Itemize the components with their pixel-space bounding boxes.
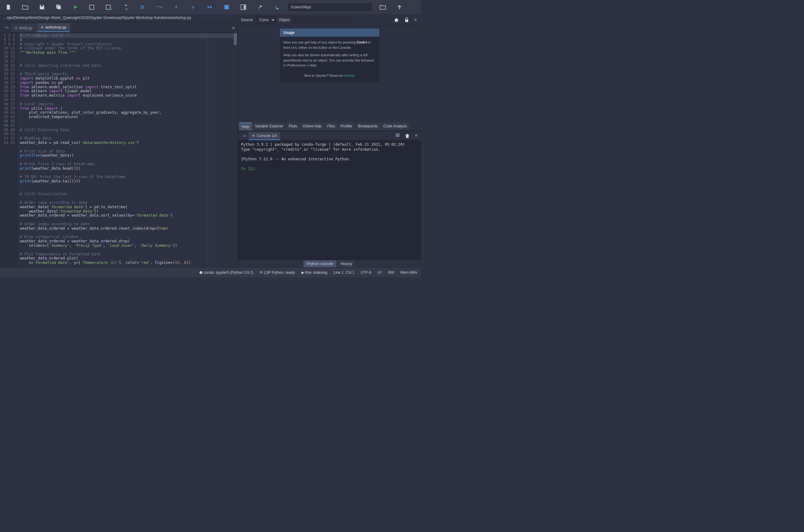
editor-pane: …epo/Desktop/Work/Design Work/_Quansight… [0, 14, 238, 268]
console-bottom-tabs: IPython consoleHistory [238, 260, 421, 268]
btab-ipython-console[interactable]: IPython console [303, 261, 336, 267]
status-bar: ⬢ conda: spyder5 (Python 3.9.2) ⟳ LSP Py… [0, 268, 421, 277]
htab-files[interactable]: Files [324, 122, 337, 131]
htab-online-help[interactable]: Online help [300, 122, 324, 131]
console-tab-label: Console 1/A [257, 134, 277, 138]
svg-rect-3 [224, 5, 229, 9]
svg-rect-8 [405, 20, 408, 22]
status-cursor-pos[interactable]: Line 1, Col 1 [334, 270, 354, 275]
python-path-icon[interactable] [271, 1, 283, 13]
svg-rect-1 [90, 5, 94, 9]
svg-rect-2 [106, 5, 110, 9]
tutorial-link[interactable]: tutorial [344, 74, 355, 77]
open-folder-icon[interactable] [19, 1, 31, 13]
status-conda[interactable]: ⬢ conda: spyder5 (Python 3.9.2) [199, 270, 254, 275]
console-region: ▭ ✕ Console 1/A ≡ Python 3.9.2 | package… [238, 131, 421, 268]
browse-folder-icon[interactable] [377, 1, 389, 13]
scrollbar-thumb[interactable] [234, 33, 237, 45]
line-gutter: 1 2 3 4 5 6 7 8 9 10 11 12 13 14 15 16 1… [0, 32, 17, 268]
main-toolbar [0, 0, 421, 14]
close-icon[interactable]: ✕ [41, 25, 43, 30]
status-permissions[interactable]: RW [388, 270, 394, 275]
console-tab-1a[interactable]: ✕ Console 1/A [249, 132, 280, 140]
svg-rect-0 [41, 5, 43, 6]
maximize-pane-icon[interactable] [238, 1, 249, 13]
usage-content: Here you can get help of any object by p… [280, 37, 379, 82]
step-over-icon[interactable] [154, 1, 165, 13]
htab-code-analysis[interactable]: Code Analysis [381, 122, 409, 131]
tab-browse-icon[interactable]: ▭ [2, 24, 11, 31]
working-dir-input[interactable] [288, 3, 372, 11]
tab-temp-py[interactable]: ✕ temp.py [11, 24, 36, 32]
status-lsp[interactable]: ⟳ LSP Python: ready [260, 270, 295, 275]
status-eol[interactable]: LF [377, 270, 382, 275]
htab-variable-explorer[interactable]: Variable Explorer [253, 122, 286, 131]
help-header: Source Console Object ≡ [238, 14, 421, 25]
step-into-icon[interactable] [170, 1, 182, 13]
tab-workshop-py[interactable]: ✕ workshop.py [37, 23, 70, 32]
tab-label: workshop.py [45, 25, 66, 30]
console-output[interactable]: Python 3.9.2 | packaged by conda-forge |… [238, 140, 421, 260]
save-all-icon[interactable] [53, 1, 65, 13]
home-icon[interactable] [393, 17, 400, 23]
run-cell-advance-icon[interactable] [103, 1, 115, 13]
help-body: Usage Here you can get help of any objec… [238, 25, 421, 122]
console-options-icon[interactable]: ≡ [415, 133, 417, 138]
run-cell-icon[interactable] [87, 1, 98, 13]
console-browse-icon[interactable]: ▭ [240, 132, 249, 139]
usage-title: Usage [280, 28, 379, 37]
run-selection-icon[interactable] [120, 1, 132, 13]
main-area: …epo/Desktop/Work/Design Work/_Quansight… [0, 14, 421, 268]
status-kite[interactable]: ◆ Kite: indexing [301, 270, 327, 275]
usage-card: Usage Here you can get help of any objec… [280, 28, 379, 122]
lock-icon[interactable] [403, 17, 410, 23]
breadcrumb: …epo/Desktop/Work/Design Work/_Quansight… [0, 14, 238, 22]
source-select[interactable]: Console [256, 16, 276, 24]
stop-debug-icon[interactable] [221, 1, 232, 13]
editor-options-icon[interactable]: ≡ [229, 24, 238, 32]
new-file-icon[interactable] [2, 1, 14, 13]
svg-rect-9 [396, 133, 399, 137]
run-icon[interactable] [70, 1, 81, 13]
source-label: Source [241, 18, 253, 22]
status-encoding[interactable]: UTF-8 [361, 270, 371, 275]
close-icon[interactable]: ✕ [252, 134, 255, 138]
htab-breakpoints[interactable]: Breakpoints [356, 122, 380, 131]
editor-body[interactable]: 1 2 3 4 5 6 7 8 9 10 11 12 13 14 15 16 1… [0, 32, 238, 268]
svg-rect-5 [244, 5, 245, 9]
debug-icon[interactable] [137, 1, 149, 13]
tab-label: temp.py [19, 26, 33, 30]
htab-help[interactable]: Help [239, 122, 252, 131]
continue-icon[interactable] [204, 1, 216, 13]
htab-profiler[interactable]: Profiler [338, 122, 355, 131]
parent-dir-icon[interactable] [394, 1, 406, 13]
console-tabs: ▭ ✕ Console 1/A ≡ [238, 131, 421, 140]
save-icon[interactable] [36, 1, 48, 13]
editor-tabs: ▭ ✕ temp.py ✕ workshop.py ≡ [0, 22, 238, 32]
help-tabs: HelpVariable ExplorerPlotsOnline helpFil… [238, 122, 421, 131]
right-pane: Source Console Object ≡ Usage Here you c… [238, 14, 421, 268]
status-memory[interactable]: Mem 68% [400, 270, 417, 275]
stop-kernel-icon[interactable] [396, 133, 399, 138]
svg-point-7 [278, 8, 278, 9]
close-icon[interactable]: ✕ [15, 26, 17, 30]
code-area[interactable]: # -*- coding: utf-8 -*-# # Copyright © S… [17, 32, 238, 268]
remove-icon[interactable] [405, 133, 409, 138]
help-region: Source Console Object ≡ Usage Here you c… [238, 14, 421, 131]
btab-history[interactable]: History [338, 261, 355, 267]
object-label: Object [279, 18, 290, 22]
ruler-line [208, 32, 208, 268]
object-input[interactable] [293, 17, 352, 23]
htab-plots[interactable]: Plots [286, 122, 300, 131]
step-out-icon[interactable] [187, 1, 199, 13]
help-options-icon[interactable]: ≡ [413, 17, 418, 23]
svg-point-6 [276, 5, 276, 6]
preferences-icon[interactable] [254, 1, 266, 13]
